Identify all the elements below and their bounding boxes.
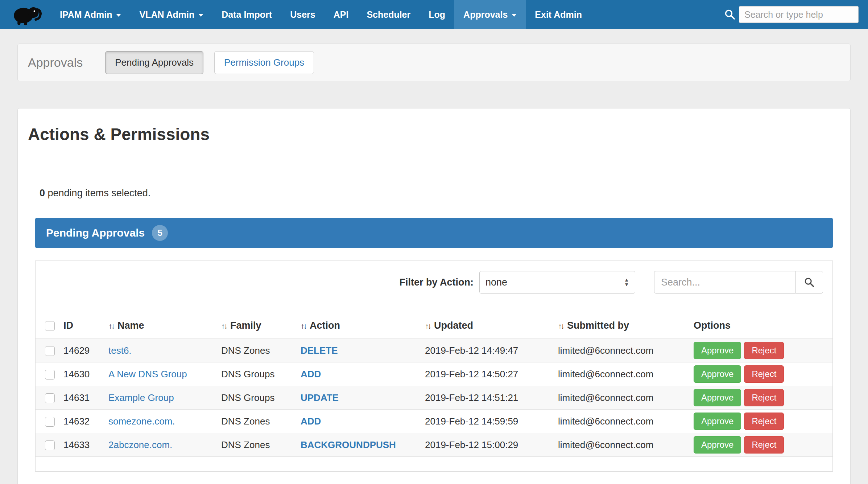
row-name-link[interactable]: 2abczone.com. [108, 439, 172, 450]
table-search-group [654, 271, 823, 294]
sort-icon[interactable]: ↑↓ [301, 322, 306, 330]
column-header-family[interactable]: ↑↓Family [217, 304, 296, 339]
pending-approvals-table: ID↑↓Name↑↓Family↑↓Action↑↓Updated↑↓Submi… [36, 304, 832, 457]
column-label: Submitted by [567, 320, 629, 331]
approve-button[interactable]: Approve [694, 389, 741, 406]
nav-item-label: Users [290, 9, 315, 20]
column-header-updated[interactable]: ↑↓Updated [421, 304, 554, 339]
reject-button[interactable]: Reject [744, 389, 784, 406]
approve-button[interactable]: Approve [694, 413, 741, 430]
nav-item-exit-admin[interactable]: Exit Admin [526, 0, 591, 29]
select-all-checkbox[interactable] [45, 321, 55, 331]
column-header-name[interactable]: ↑↓Name [104, 304, 217, 339]
filter-action-selected-value: none [485, 277, 507, 288]
column-header-options: Options [689, 304, 832, 339]
row-checkbox-cell [36, 410, 59, 433]
nav-item-scheduler[interactable]: Scheduler [357, 0, 419, 29]
sort-icon[interactable]: ↑↓ [221, 322, 227, 330]
page-title: Actions & Permissions [28, 124, 833, 144]
sort-icon[interactable]: ↑↓ [425, 322, 430, 330]
top-navbar: IPAM AdminVLAN AdminData ImportUsersAPIS… [0, 0, 868, 29]
row-checkbox[interactable] [45, 417, 55, 427]
global-search-input[interactable] [739, 6, 859, 23]
row-id: 14633 [59, 433, 104, 457]
select-all-cell [36, 304, 59, 339]
column-header-action[interactable]: ↑↓Action [296, 304, 421, 339]
row-checkbox-cell [36, 362, 59, 386]
nav-item-data-import[interactable]: Data Import [212, 0, 281, 29]
filter-action-select[interactable]: none ▲▼ [479, 271, 635, 294]
column-label: Name [117, 320, 144, 331]
row-updated: 2019-Feb-12 14:49:47 [421, 339, 554, 362]
select-arrows-icon: ▲▼ [624, 278, 629, 287]
row-name-link[interactable]: test6. [108, 345, 132, 356]
nav-item-users[interactable]: Users [281, 0, 325, 29]
table-search-input[interactable] [654, 271, 795, 294]
row-action-link[interactable]: ADD [301, 416, 321, 427]
row-checkbox-cell [36, 433, 59, 457]
nav-item-approvals[interactable]: Approvals [454, 0, 526, 29]
row-checkbox-cell [36, 386, 59, 410]
row-name-cell: somezone.com. [104, 410, 217, 433]
selected-text: pending items selected. [48, 188, 151, 198]
row-name-link[interactable]: Example Group [108, 392, 174, 403]
row-name-link[interactable]: somezone.com. [108, 416, 175, 427]
row-checkbox[interactable] [45, 370, 55, 380]
tab-permission-groups[interactable]: Permission Groups [214, 51, 314, 74]
column-header-id: ID [59, 304, 104, 339]
reject-button[interactable]: Reject [744, 342, 784, 359]
column-label: Updated [434, 320, 473, 331]
row-action-cell: UPDATE [296, 386, 421, 410]
row-family: DNS Zones [217, 410, 296, 433]
column-header-submitted-by[interactable]: ↑↓Submitted by [554, 304, 689, 339]
elephant-logo-icon [9, 3, 43, 26]
row-name-link[interactable]: A New DNS Group [108, 369, 187, 380]
row-options-cell: ApproveReject [689, 386, 832, 410]
approvals-table-container: Filter by Action: none ▲▼ [35, 261, 833, 472]
table-search-button[interactable] [795, 271, 823, 294]
row-name-cell: test6. [104, 339, 217, 362]
navbar-menu: IPAM AdminVLAN AdminData ImportUsersAPIS… [51, 0, 591, 29]
row-submitted-by: limited@6connect.com [554, 362, 689, 386]
tab-pending-approvals[interactable]: Pending Approvals [105, 51, 203, 74]
chevron-down-icon [116, 14, 121, 17]
row-action-link[interactable]: BACKGROUNDPUSH [301, 439, 396, 450]
reject-button[interactable]: Reject [744, 413, 784, 430]
reject-button[interactable]: Reject [744, 436, 784, 454]
row-action-link[interactable]: UPDATE [301, 392, 339, 403]
column-label: Options [694, 320, 731, 331]
approve-button[interactable]: Approve [694, 342, 741, 359]
nav-item-ipam-admin[interactable]: IPAM Admin [51, 0, 130, 29]
column-label: Action [310, 320, 340, 331]
approve-button[interactable]: Approve [694, 365, 741, 383]
sort-icon[interactable]: ↑↓ [108, 322, 114, 330]
actions-permissions-panel: Actions & Permissions 0 pending items se… [17, 108, 851, 484]
row-action-link[interactable]: DELETE [301, 345, 338, 356]
nav-item-api[interactable]: API [325, 0, 358, 29]
approve-button[interactable]: Approve [694, 436, 741, 454]
row-action-link[interactable]: ADD [301, 369, 321, 380]
row-checkbox[interactable] [45, 440, 55, 450]
column-label: Family [230, 320, 261, 331]
nav-item-label: Scheduler [367, 9, 410, 20]
nav-item-label: VLAN Admin [139, 9, 194, 20]
pending-count-badge: 5 [152, 225, 168, 241]
nav-item-vlan-admin[interactable]: VLAN Admin [130, 0, 212, 29]
app-logo[interactable] [9, 0, 43, 29]
row-action-cell: DELETE [296, 339, 421, 362]
row-id: 14631 [59, 386, 104, 410]
row-updated: 2019-Feb-12 14:51:21 [421, 386, 554, 410]
row-family: DNS Groups [217, 386, 296, 410]
chevron-down-icon [512, 14, 517, 17]
row-id: 14632 [59, 410, 104, 433]
table-row: 146332abczone.com.DNS ZonesBACKGROUNDPUS… [36, 433, 832, 457]
row-action-cell: ADD [296, 362, 421, 386]
sort-icon[interactable]: ↑↓ [558, 322, 563, 330]
row-checkbox[interactable] [45, 393, 55, 403]
nav-item-log[interactable]: Log [419, 0, 454, 29]
row-submitted-by: limited@6connect.com [554, 386, 689, 410]
nav-item-label: Approvals [463, 9, 508, 20]
column-label: ID [63, 320, 73, 331]
reject-button[interactable]: Reject [744, 365, 784, 383]
row-checkbox[interactable] [45, 346, 55, 356]
